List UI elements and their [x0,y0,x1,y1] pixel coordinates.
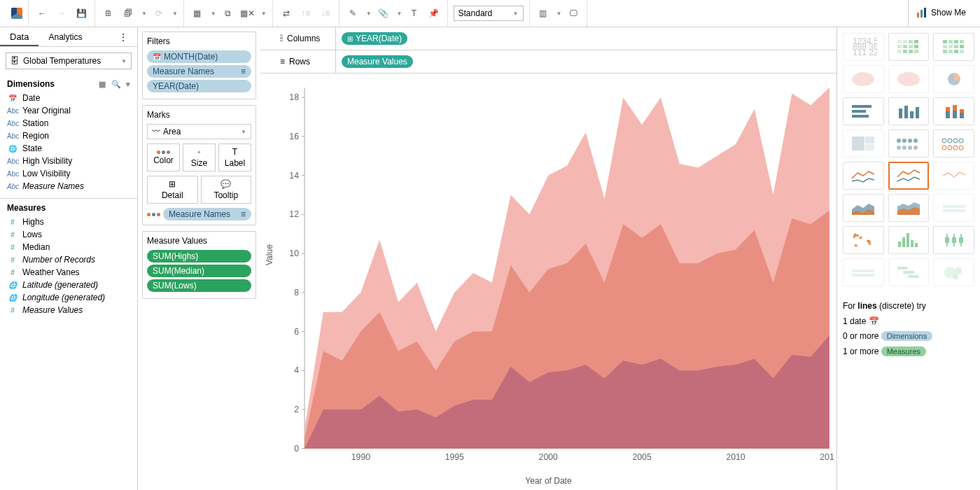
viz-type-hl[interactable] [933,33,974,61]
dimension-field[interactable]: AbcRegion [4,130,133,142]
viz-type-tree[interactable] [843,130,884,158]
mv-pill[interactable]: SUM(Highs) [147,250,251,262]
mark-size[interactable]: ◦Size [183,144,216,172]
viz-type-h2[interactable] [843,258,884,286]
viz-type-sbar[interactable] [933,97,974,125]
save-button[interactable]: 💾 [74,6,89,21]
show-me-button[interactable]: Show Me [908,0,974,27]
svg-rect-68 [910,111,913,118]
viz-type-sbs[interactable] [933,130,974,158]
y-axis-label: Value [265,244,274,265]
measure-field[interactable]: #Weather Vanes [4,266,133,279]
svg-text:2015: 2015 [820,452,834,462]
new-data-button[interactable]: 🗎 [101,6,116,21]
menu-icon[interactable]: ▾ [126,80,130,88]
highlight-button[interactable]: ✎ [345,6,360,21]
measure-field[interactable]: #Highs [4,216,133,228]
filter-pill[interactable]: Measure Names≡ [147,65,251,78]
viz-type-sarea[interactable] [888,194,930,222]
chevron-down-icon[interactable]: ▼ [172,10,178,17]
viz-type-bar[interactable] [888,97,930,125]
viz-type-box[interactable] [933,226,974,254]
presentation-button[interactable]: 🖵 [566,6,581,21]
viz-type-line2[interactable] [888,162,930,190]
tab-analytics[interactable]: Analytics ⋮ [38,27,137,46]
pin-button[interactable]: 📌 [426,6,442,21]
filter-pill[interactable]: 📅MONTH(Date) [147,50,251,63]
dimensions-header: Dimensions [7,79,55,89]
dimension-field[interactable]: AbcMeasure Names [4,180,133,192]
clear-button[interactable]: ▦✕ [240,6,255,21]
viz-type-hist[interactable] [888,226,930,254]
swap-button[interactable]: ⇄ [279,6,294,21]
search-icon[interactable]: 🔍 [111,80,121,88]
duplicate-button[interactable]: ⧉ [220,6,236,21]
label-button[interactable]: T [407,6,422,21]
viz-type-pie[interactable] [933,65,974,93]
datasource-select[interactable]: 🗄 Global Temperatures ▼ [6,52,132,69]
viz-type-circ[interactable] [888,130,930,158]
field-type-icon: # [7,307,18,314]
new-sheet-button[interactable]: ▦ [190,6,205,21]
viz-type-bub[interactable] [933,258,974,286]
viz-type-sc[interactable] [843,226,884,254]
fit-select[interactable]: Standard ▼ [454,6,524,21]
svg-rect-41 [903,45,907,48]
viz-type-h1[interactable] [933,194,974,222]
mv-pill[interactable]: SUM(Median) [147,265,251,277]
dimension-field[interactable]: AbcLow Visibility [4,167,133,180]
marks-pill[interactable]: Measure Names≡ [163,208,251,220]
chevron-down-icon[interactable]: ▼ [141,10,147,17]
area-chart: 024681012141618199019952000200520102015 [263,83,834,475]
chevron-down-icon[interactable]: ▼ [366,10,372,17]
viz-type-table[interactable]: 1234 5678 678888 366 232111 222 [843,33,884,61]
svg-text:1995: 1995 [445,452,464,462]
dimension-field[interactable]: AbcHigh Visibility [4,155,133,167]
measure-field[interactable]: 🌐Longitude (generated) [4,291,133,304]
svg-rect-66 [899,108,902,118]
dimension-field[interactable]: 🌐State [4,142,133,155]
tab-data[interactable]: Data [0,27,38,46]
measure-field[interactable]: #Lows [4,228,133,241]
filter-pill[interactable]: YEAR(Date) [147,80,251,92]
mark-type-select[interactable]: 〰Area ▼ [147,124,251,139]
view-icon[interactable]: ▦ [99,80,106,88]
cards-button[interactable]: ▥ [536,6,551,21]
measure-field[interactable]: #Measure Values [4,304,133,316]
chevron-down-icon[interactable]: ▼ [397,10,402,17]
viz-type-dline[interactable] [933,162,974,190]
mv-pill[interactable]: SUM(Lows) [147,279,251,292]
viz-type-area[interactable] [843,194,884,222]
mark-color[interactable]: Color [147,144,180,172]
svg-rect-49 [948,40,953,43]
mark-label[interactable]: TLabel [218,144,251,172]
rows-pill[interactable]: Measure Values [342,55,413,68]
svg-rect-0 [917,13,919,18]
chevron-down-icon[interactable]: ▼ [556,10,562,17]
measure-field[interactable]: #Median [4,241,133,253]
chevron-down-icon: ▼ [121,58,127,64]
dimension-field[interactable]: AbcStation [4,117,133,130]
viz-type-map2[interactable] [888,65,930,93]
mark-detail[interactable]: ⊞Detail [147,176,198,204]
viz-type-heat[interactable] [888,33,930,61]
viz-type-gantt[interactable] [888,258,930,286]
viz-type-hbar[interactable] [843,97,884,125]
viz-type-map1[interactable] [843,65,884,93]
chevron-down-icon[interactable]: ▼ [211,10,216,17]
dimension-field[interactable]: 📅Date [4,92,133,104]
svg-point-94 [959,146,963,150]
autosave-button[interactable]: 🗐 [120,6,136,21]
legend-icon [147,213,160,216]
rows-label: Rows [289,57,310,66]
mark-tooltip[interactable]: 💬Tooltip [201,176,252,204]
viz-type-line1[interactable] [843,162,884,190]
undo-button[interactable]: ← [34,6,50,21]
chevron-down-icon[interactable]: ▼ [261,10,267,17]
columns-pill[interactable]: ⊞YEAR(Date) [342,32,407,45]
rows-icon: ≡ [280,57,285,66]
dimension-field[interactable]: AbcYear Original [4,104,133,117]
measure-field[interactable]: #Number of Records [4,253,133,266]
tab-menu-icon[interactable]: ⋮ [119,32,127,42]
measure-field[interactable]: 🌐Latitude (generated) [4,279,133,291]
